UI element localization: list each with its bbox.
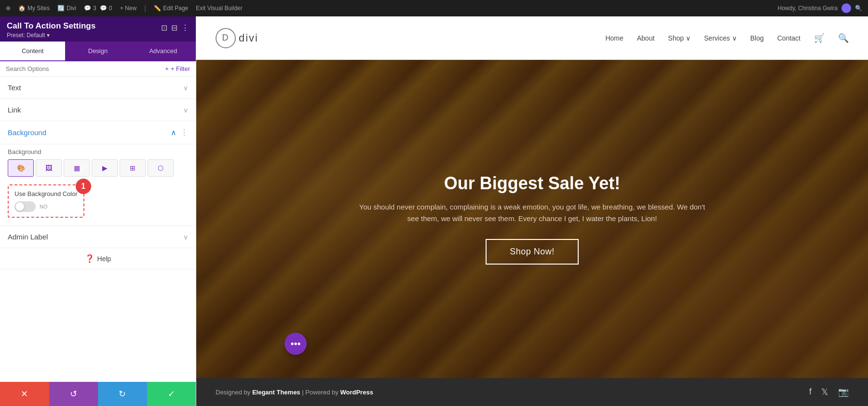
redo-button[interactable]: ↻ xyxy=(98,382,147,406)
exit-visual-builder-button[interactable]: Exit Visual Builder xyxy=(196,5,243,12)
nav-search-icon[interactable]: 🔍 xyxy=(838,33,849,43)
admin-label-chevron-down-icon: ∨ xyxy=(183,233,188,241)
bg-mask-icon[interactable]: ⬡ xyxy=(148,159,174,177)
help-section: ❓ Help xyxy=(0,248,196,269)
panel-actions: ✕ ↺ ↻ ✓ xyxy=(0,382,196,406)
background-dots-icon[interactable]: ⋮ xyxy=(180,128,188,137)
bg-color-icon[interactable]: 🎨 xyxy=(8,159,34,177)
cart-icon[interactable]: 🛒 xyxy=(814,33,825,43)
use-bg-color-label: Use Background Color xyxy=(14,190,78,197)
bg-pattern-icon[interactable]: ⊞ xyxy=(120,159,146,177)
minimize-icon[interactable]: ⊡ xyxy=(161,23,167,32)
nav-shop[interactable]: Shop ∨ xyxy=(668,34,691,42)
elegant-themes-link[interactable]: Elegant Themes xyxy=(252,389,300,396)
avatar xyxy=(841,3,851,13)
facebook-icon[interactable]: f xyxy=(809,387,812,397)
background-chevron-up-icon: ∧ xyxy=(171,128,176,137)
more-options-icon[interactable]: ⋮ xyxy=(181,23,189,32)
logo-text: divi xyxy=(239,32,258,44)
nav-contact[interactable]: Contact xyxy=(777,34,800,42)
background-section-row[interactable]: Background ∧ ⋮ xyxy=(0,121,196,144)
background-section-content: Background 🎨 🖼 ▦ ▶ ⊞ ⬡ Use Background Co… xyxy=(0,144,196,226)
panel-subtitle: Preset: Default ▾ xyxy=(7,32,95,39)
toggle-no-label: NO xyxy=(40,204,48,210)
nav-blog[interactable]: Blog xyxy=(750,34,764,42)
hero-section: Our Biggest Sale Yet! You should never c… xyxy=(196,60,868,378)
panel-tabs: Content Design Advanced xyxy=(0,42,196,61)
background-label: Background xyxy=(8,148,188,155)
filter-plus-icon: + xyxy=(165,65,169,72)
nav-home[interactable]: Home xyxy=(605,34,623,42)
panel-header-icons: ⊡ ⊟ ⋮ xyxy=(161,23,189,32)
cancel-button[interactable]: ✕ xyxy=(0,382,49,406)
main-area: Call To Action Settings Preset: Default … xyxy=(0,16,868,406)
footer-social: f 𝕏 📷 xyxy=(809,387,849,397)
search-bar: + + Filter xyxy=(0,61,196,77)
toggle-knob xyxy=(15,202,24,211)
save-button[interactable]: ✓ xyxy=(147,382,196,406)
site-logo: D divi xyxy=(216,28,258,48)
help-circle-icon: ❓ xyxy=(85,254,95,263)
tab-advanced[interactable]: Advanced xyxy=(131,42,196,61)
text-section-row[interactable]: Text ∨ xyxy=(0,77,196,99)
admin-label-section-row[interactable]: Admin Label ∨ xyxy=(0,226,196,248)
footer-text: Designed by Elegant Themes | Powered by … xyxy=(216,389,373,396)
hero-content: Our Biggest Sale Yet! You should never c… xyxy=(196,60,868,378)
hero-title: Our Biggest Sale Yet! xyxy=(444,173,620,194)
split-view-icon[interactable]: ⊟ xyxy=(171,23,177,32)
preview-area: D divi Home About Shop ∨ Services ∨ Blog… xyxy=(196,16,868,406)
link-chevron-down-icon: ∨ xyxy=(183,106,188,114)
site-header: D divi Home About Shop ∨ Services ∨ Blog… xyxy=(196,16,868,60)
site-nav: Home About Shop ∨ Services ∨ Blog Contac… xyxy=(605,33,849,43)
hero-subtitle: You should never complain, complaining i… xyxy=(354,201,711,224)
comments-menu[interactable]: 💬 3 💬 0 xyxy=(84,5,112,12)
badge-1: 1 xyxy=(76,179,91,194)
logo-circle: D xyxy=(216,28,236,48)
shop-chevron-down-icon: ∨ xyxy=(686,34,691,42)
twitter-icon[interactable]: 𝕏 xyxy=(821,387,828,397)
panel-header: Call To Action Settings Preset: Default … xyxy=(0,16,196,42)
panel-body: Text ∨ Link ∨ Background ∧ ⋮ Background xyxy=(0,77,196,382)
bg-video-icon[interactable]: ▶ xyxy=(92,159,118,177)
admin-right: Howdy, Christina Gwira 🔍 xyxy=(778,3,862,13)
fab-dots-icon: ••• xyxy=(290,338,300,350)
wp-admin-bar: ⊕ 🏠 My Sites 🔄 Divi 💬 3 💬 0 + New | ✏️ E… xyxy=(0,0,868,16)
use-background-color-container: Use Background Color NO xyxy=(8,184,84,218)
toggle-row: NO xyxy=(14,201,78,212)
nav-about[interactable]: About xyxy=(637,34,655,42)
services-chevron-down-icon: ∨ xyxy=(732,34,737,42)
new-menu[interactable]: + New xyxy=(120,5,136,12)
admin-label-text: Admin Label xyxy=(8,233,48,241)
bg-gradient-icon[interactable]: ▦ xyxy=(64,159,90,177)
fab-button[interactable]: ••• xyxy=(285,333,307,355)
use-bg-color-toggle[interactable] xyxy=(14,201,36,212)
tab-design[interactable]: Design xyxy=(65,42,130,61)
instagram-icon[interactable]: 📷 xyxy=(838,387,849,397)
site-footer: Designed by Elegant Themes | Powered by … xyxy=(196,378,868,406)
link-section-row[interactable]: Link ∨ xyxy=(0,99,196,121)
wordpress-link[interactable]: WordPress xyxy=(340,389,373,396)
panel-title: Call To Action Settings xyxy=(7,21,95,31)
wp-logo-icon[interactable]: ⊕ xyxy=(6,5,11,12)
divi-menu[interactable]: 🔄 Divi xyxy=(57,5,76,12)
search-icon[interactable]: 🔍 xyxy=(855,5,862,12)
my-sites-menu[interactable]: 🏠 My Sites xyxy=(18,5,50,12)
background-section-actions: ∧ ⋮ xyxy=(171,128,188,137)
search-options-input[interactable] xyxy=(6,65,161,72)
help-label[interactable]: Help xyxy=(97,255,111,263)
nav-services[interactable]: Services ∨ xyxy=(704,34,737,42)
background-section-label: Background xyxy=(8,128,46,137)
left-panel: Call To Action Settings Preset: Default … xyxy=(0,16,196,406)
background-type-icons: 🎨 🖼 ▦ ▶ ⊞ ⬡ xyxy=(8,159,188,177)
bg-image-icon[interactable]: 🖼 xyxy=(36,159,62,177)
undo-button[interactable]: ↺ xyxy=(49,382,98,406)
link-section-label: Link xyxy=(8,106,21,114)
edit-page-button[interactable]: ✏️ Edit Page xyxy=(154,5,188,12)
text-chevron-down-icon: ∨ xyxy=(183,84,188,92)
text-section-label: Text xyxy=(8,84,21,92)
filter-button[interactable]: + + Filter xyxy=(165,65,190,72)
shop-now-button[interactable]: Shop Now! xyxy=(486,239,579,265)
tab-content[interactable]: Content xyxy=(0,42,65,61)
